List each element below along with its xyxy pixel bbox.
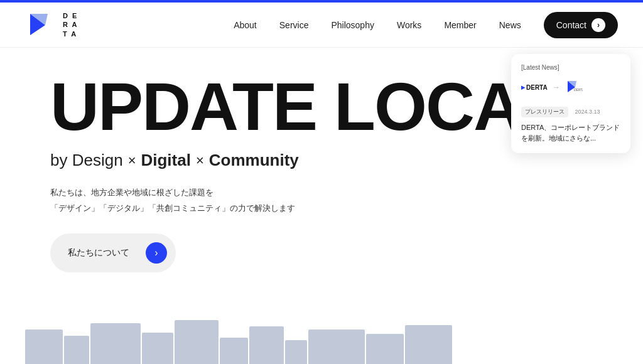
contact-button[interactable]: Contact › (544, 12, 618, 38)
bottom-strip (0, 314, 643, 364)
strip-shape-11 (405, 325, 452, 364)
hero-description: 私たちは、地方企業や地域に根ざした課題を 「デザイン」「デジタル」「共創コミュニ… (50, 185, 618, 216)
nav-philosophy[interactable]: Philosophy (331, 20, 374, 30)
about-button-arrow-icon: › (146, 242, 167, 264)
subtitle-prefix: by Design (50, 151, 123, 170)
description-line-1: 私たちは、地方企業や地域に根ざした課題を (50, 185, 618, 201)
nav-news[interactable]: News (499, 20, 521, 30)
strip-shape-2 (64, 336, 89, 364)
hero-subtitle: by Design × Digital × Community (50, 151, 618, 170)
strip-shape-3 (90, 323, 141, 364)
news-card[interactable]: [Latest News] ▶ DERTA → DERTA プレスリリース 20… (511, 54, 630, 153)
derta-name: DERTA (526, 84, 548, 91)
subtitle-digital: Digital (141, 151, 190, 170)
derta-alt-logo: DERTA (565, 78, 583, 96)
news-date: 2024.3.13 (575, 109, 600, 115)
nav-works[interactable]: Works (397, 20, 421, 30)
hero-section: UPDATE LOCAL by Design × Digital × Commu… (0, 48, 643, 272)
logo-icon (25, 9, 58, 41)
cross-1: × (128, 153, 136, 169)
news-tag-row: プレスリリース 2024.3.13 (521, 105, 620, 120)
strip-shape-7 (249, 326, 284, 364)
news-card-text: DERTA、コーポレートブランドを刷新。地域にさらな... (521, 122, 620, 143)
subtitle-community: Community (209, 151, 299, 170)
strip-shape-5 (175, 320, 219, 364)
nav-service[interactable]: Service (279, 20, 309, 30)
strip-shape-8 (285, 340, 307, 364)
nav-member[interactable]: Member (444, 20, 476, 30)
arrow-right-icon: → (553, 83, 560, 92)
news-card-label: [Latest News] (521, 64, 620, 71)
logo-text: D E R A T A (63, 11, 78, 38)
strip-shape-10 (366, 334, 404, 364)
about-button-label: 私たちについて (68, 247, 129, 259)
contact-label: Contact (556, 20, 586, 30)
nav-about[interactable]: About (234, 20, 257, 30)
strip-shape-6 (220, 338, 248, 364)
contact-arrow-icon: › (592, 18, 605, 32)
strip-shape-1 (25, 329, 63, 364)
about-button[interactable]: 私たちについて › (50, 233, 176, 272)
derta-logo-small: ▶ DERTA (521, 84, 548, 91)
strip-shape-9 (308, 329, 365, 364)
header: D E R A T A About Service Philosophy Wor… (0, 3, 643, 48)
news-tag: プレスリリース (521, 107, 568, 117)
svg-text:DERTA: DERTA (574, 88, 583, 92)
cross-2: × (196, 153, 204, 169)
logo[interactable]: D E R A T A (25, 9, 78, 41)
news-card-logo-row: ▶ DERTA → DERTA (521, 78, 620, 96)
play-icon: ▶ (521, 85, 525, 90)
strip-shape-4 (142, 333, 173, 364)
description-line-2: 「デザイン」「デジタル」「共創コミュニティ」の力で解決します (50, 201, 618, 217)
main-nav: About Service Philosophy Works Member Ne… (234, 12, 618, 38)
